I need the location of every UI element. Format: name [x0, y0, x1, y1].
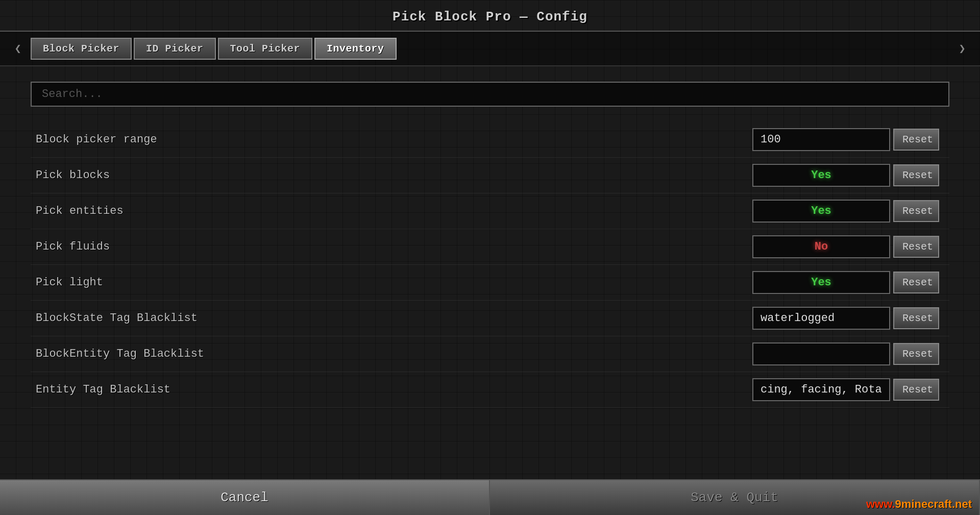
table-row: Pick fluids No Reset: [31, 229, 949, 265]
config-controls: Yes Reset: [752, 200, 939, 223]
config-controls: Reset: [752, 342, 939, 365]
nav-tabs: Block Picker ID Picker Tool Picker Inven…: [31, 38, 397, 60]
table-row: BlockEntity Tag Blacklist Reset: [31, 336, 949, 372]
config-label-pick-light: Pick light: [31, 276, 752, 289]
table-row: Pick light Yes Reset: [31, 265, 949, 301]
pick-entities-reset[interactable]: Reset: [893, 200, 939, 222]
tab-id-picker[interactable]: ID Picker: [134, 38, 216, 60]
tab-tool-picker[interactable]: Tool Picker: [218, 38, 313, 60]
nav-arrow-left[interactable]: ❮: [10, 36, 26, 61]
pick-light-toggle[interactable]: Yes: [752, 271, 890, 294]
config-label-blockstate-tag-blacklist: BlockState Tag Blacklist: [31, 312, 752, 325]
pick-blocks-reset[interactable]: Reset: [893, 164, 939, 186]
main-content: Block picker range Reset Pick blocks Yes…: [0, 66, 980, 423]
blockstate-tag-blacklist-input[interactable]: [752, 307, 890, 330]
pick-fluids-toggle[interactable]: No: [752, 235, 890, 258]
nav-arrow-right[interactable]: ❯: [954, 36, 970, 61]
config-label-entity-tag-blacklist: Entity Tag Blacklist: [31, 383, 752, 396]
blockentity-tag-blacklist-input[interactable]: [752, 342, 890, 365]
watermark: www.9minecraft.net: [866, 498, 972, 511]
config-label-pick-entities: Pick entities: [31, 205, 752, 217]
config-label-pick-blocks: Pick blocks: [31, 169, 752, 182]
table-row: Pick blocks Yes Reset: [31, 158, 949, 193]
config-rows: Block picker range Reset Pick blocks Yes…: [31, 122, 949, 408]
blockentity-tag-blacklist-reset[interactable]: Reset: [893, 343, 939, 365]
search-input[interactable]: [31, 82, 949, 107]
table-row: BlockState Tag Blacklist Reset: [31, 301, 949, 336]
page-title: Pick Block Pro — Config: [0, 0, 980, 31]
table-row: Pick entities Yes Reset: [31, 193, 949, 229]
config-label-pick-fluids: Pick fluids: [31, 240, 752, 253]
pick-fluids-reset[interactable]: Reset: [893, 236, 939, 258]
block-picker-range-input[interactable]: [752, 128, 890, 151]
config-controls: Yes Reset: [752, 271, 939, 294]
config-controls: Reset: [752, 378, 939, 401]
table-row: Entity Tag Blacklist Reset: [31, 372, 949, 408]
pick-blocks-toggle[interactable]: Yes: [752, 164, 890, 187]
config-controls: No Reset: [752, 235, 939, 258]
config-label-blockentity-tag-blacklist: BlockEntity Tag Blacklist: [31, 348, 752, 360]
entity-tag-blacklist-input[interactable]: [752, 378, 890, 401]
tab-block-picker[interactable]: Block Picker: [31, 38, 132, 60]
config-controls: Yes Reset: [752, 164, 939, 187]
pick-light-reset[interactable]: Reset: [893, 272, 939, 293]
blockstate-tag-blacklist-reset[interactable]: Reset: [893, 307, 939, 329]
config-controls: Reset: [752, 307, 939, 330]
cancel-button[interactable]: Cancel: [0, 480, 490, 515]
tab-inventory[interactable]: Inventory: [314, 38, 397, 60]
table-row: Block picker range Reset: [31, 122, 949, 158]
entity-tag-blacklist-reset[interactable]: Reset: [893, 379, 939, 401]
bottom-bar: Cancel Save & Quit: [0, 479, 980, 515]
config-controls: Reset: [752, 128, 939, 151]
block-picker-range-reset[interactable]: Reset: [893, 129, 939, 151]
pick-entities-toggle[interactable]: Yes: [752, 200, 890, 223]
nav-bar: ❮ Block Picker ID Picker Tool Picker Inv…: [0, 31, 980, 66]
config-label-block-picker-range: Block picker range: [31, 133, 752, 146]
